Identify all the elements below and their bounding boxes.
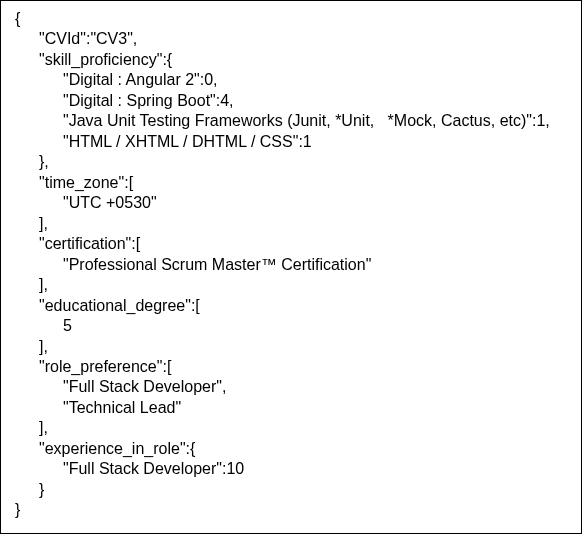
- code-line: },: [15, 152, 567, 172]
- code-line: ],: [15, 275, 567, 295]
- code-line: {: [15, 9, 567, 29]
- code-line: ],: [15, 418, 567, 438]
- code-line: ],: [15, 214, 567, 234]
- code-line: "HTML / XHTML / DHTML / CSS":1: [15, 132, 567, 152]
- code-line: "Digital : Spring Boot":4,: [15, 91, 567, 111]
- code-line: }: [15, 480, 567, 500]
- code-line: "Full Stack Developer":10: [15, 459, 567, 479]
- code-line: "Digital : Angular 2":0,: [15, 70, 567, 90]
- code-line: "skill_proficiency":{: [15, 50, 567, 70]
- code-line: "UTC +0530": [15, 193, 567, 213]
- code-line: "Professional Scrum Master™ Certificatio…: [15, 255, 567, 275]
- code-line: "CVId":"CV3",: [15, 29, 567, 49]
- json-code-block: { "CVId":"CV3", "skill_proficiency":{ "D…: [0, 0, 582, 534]
- code-line: "educational_degree":[: [15, 296, 567, 316]
- code-line: ],: [15, 337, 567, 357]
- code-line: "time_zone":[: [15, 173, 567, 193]
- code-line: "role_preference":[: [15, 357, 567, 377]
- code-line: "Full Stack Developer",: [15, 377, 567, 397]
- code-line: "certification":[: [15, 234, 567, 254]
- code-line: "Java Unit Testing Frameworks (Junit, *U…: [15, 111, 567, 131]
- code-line: "Technical Lead": [15, 398, 567, 418]
- code-line: 5: [15, 316, 567, 336]
- code-line: }: [15, 500, 567, 520]
- code-line: "experience_in_role":{: [15, 439, 567, 459]
